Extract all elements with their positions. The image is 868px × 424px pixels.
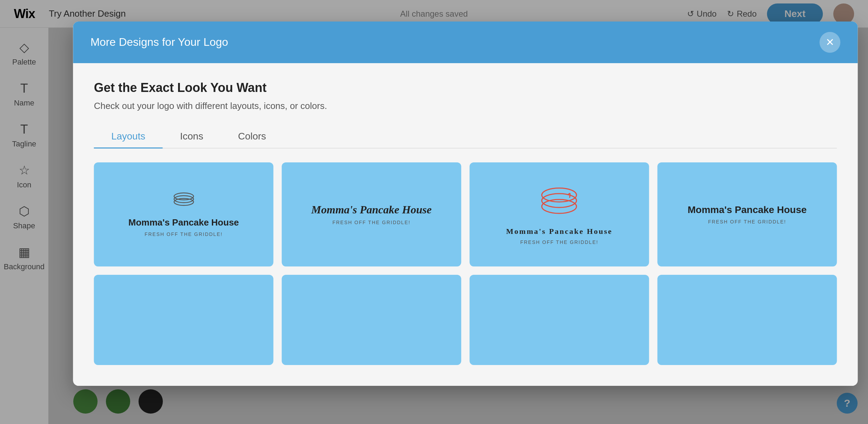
logo-card-3-brand: Momma's Pancake House bbox=[506, 227, 612, 236]
logo-card-8[interactable] bbox=[657, 275, 837, 365]
modal-close-button[interactable]: ✕ bbox=[819, 32, 840, 53]
modal-header-title: More Designs for Your Logo bbox=[90, 36, 228, 49]
modal-body: Get the Exact Look You Want Check out yo… bbox=[73, 63, 858, 386]
logo-card-4-content: Momma's Pancake House FRESH OFF THE GRID… bbox=[687, 204, 807, 224]
tabs: Layouts Icons Colors bbox=[94, 125, 837, 149]
tab-icons[interactable]: Icons bbox=[162, 125, 220, 149]
modal: More Designs for Your Logo ✕ Get the Exa… bbox=[73, 22, 858, 386]
logo-card-7[interactable] bbox=[469, 275, 649, 365]
svg-point-4 bbox=[542, 194, 577, 207]
logo-card-4-brand: Momma's Pancake House bbox=[687, 204, 807, 215]
logo-card-2-brand: Momma's Pancake House bbox=[311, 203, 432, 216]
logo-card-1-content: Momma's Pancake House FRESH OFF THE GRID… bbox=[128, 192, 239, 237]
logo-card-2-content: Momma's Pancake House FRESH OFF THE GRID… bbox=[311, 203, 432, 225]
logo-card-2-tagline: FRESH OFF THE GRIDDLE! bbox=[332, 220, 410, 225]
logo-card-4-tagline: FRESH OFF THE GRIDDLE! bbox=[708, 219, 786, 224]
logo-card-1-icon bbox=[172, 192, 196, 210]
logo-card-6[interactable] bbox=[282, 275, 461, 365]
logo-card-3-content: Momma's Pancake House FRESH OFF THE GRID… bbox=[506, 184, 612, 245]
logo-card-5[interactable] bbox=[94, 275, 273, 365]
tab-colors[interactable]: Colors bbox=[220, 125, 283, 149]
close-icon: ✕ bbox=[826, 36, 834, 48]
logo-card-1[interactable]: Momma's Pancake House FRESH OFF THE GRID… bbox=[94, 162, 273, 266]
logo-card-1-brand: Momma's Pancake House bbox=[128, 217, 239, 228]
logo-card-1-tagline: FRESH OFF THE GRIDDLE! bbox=[144, 231, 223, 237]
logo-card-3-tagline: FRESH OFF THE GRIDDLE! bbox=[520, 239, 598, 245]
logo-card-2[interactable]: Momma's Pancake House FRESH OFF THE GRID… bbox=[282, 162, 461, 266]
modal-header: More Designs for Your Logo ✕ bbox=[73, 22, 858, 63]
logo-card-3-icon bbox=[537, 184, 582, 220]
modal-section-title: Get the Exact Look You Want bbox=[94, 80, 837, 95]
logo-card-4[interactable]: Momma's Pancake House FRESH OFF THE GRID… bbox=[657, 162, 837, 266]
logo-card-3[interactable]: Momma's Pancake House FRESH OFF THE GRID… bbox=[469, 162, 649, 266]
tab-layouts[interactable]: Layouts bbox=[94, 125, 162, 149]
modal-section-subtitle: Check out your logo with different layou… bbox=[94, 101, 837, 111]
logo-grid: Momma's Pancake House FRESH OFF THE GRID… bbox=[94, 162, 837, 365]
